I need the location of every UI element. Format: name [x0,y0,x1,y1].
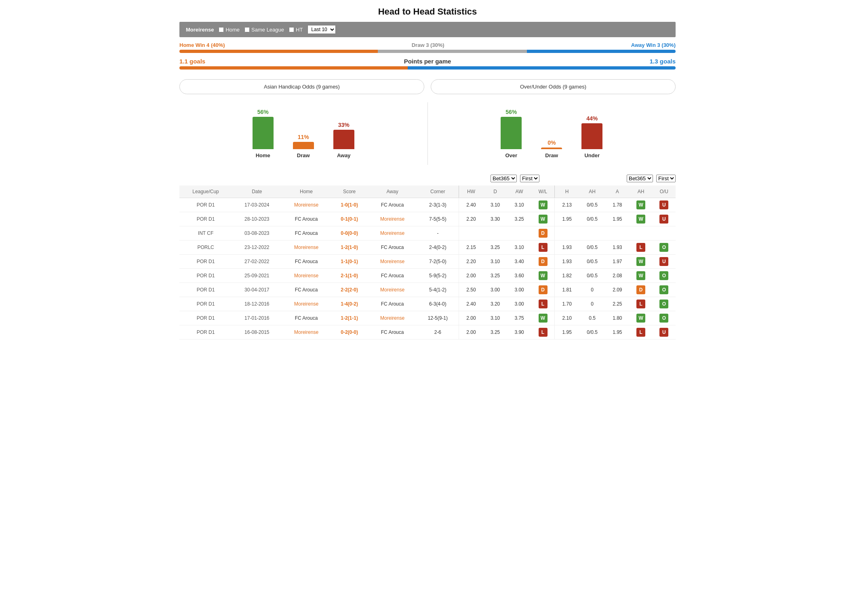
td-aw: 3.10 [507,240,531,255]
td-date: 28-10-2023 [232,212,282,226]
td-a: 1.80 [605,311,629,325]
type1-select[interactable]: First [520,175,539,182]
badge-cell: W [630,269,653,283]
home-filter[interactable]: Home [219,27,240,33]
td-league: POR D1 [179,311,232,325]
same-league-filter[interactable]: Same League [244,27,284,33]
badge-cell: W [531,311,555,325]
asian-handicap-btn[interactable]: Asian Handicap Odds (9 games) [179,79,424,94]
th-home: Home [282,186,331,198]
team-label: Moreirense [186,27,214,33]
last-select[interactable]: Last 10 Last 20 All [307,25,336,34]
td-corner: 5-4(1-2) [417,283,459,297]
td-home: Moreirense [282,325,331,340]
td-d: 3.25 [483,240,507,255]
under-bar-visual [581,123,602,149]
td-hw: 2.00 [459,269,483,283]
badge-cell [653,226,676,240]
bookmaker2-select[interactable]: Bet365 [627,175,653,182]
badge-cell: O [653,283,676,297]
badge-cell: L [630,240,653,255]
td-d: 3.10 [483,255,507,269]
draw-right-bar-group: 0% Draw [541,139,562,158]
draw-right-pct-label: 0% [548,139,556,146]
td-away: FC Arouca [368,297,417,311]
td-away: Moreirense [368,311,417,325]
badge-cell: D [531,255,555,269]
table-row: POR D1 18-12-2016 Moreirense 1-4(0-2) FC… [179,297,676,311]
td-aw: 3.25 [507,212,531,226]
td-corner: 7-2(5-0) [417,255,459,269]
type2-select[interactable]: First [656,175,676,182]
draw-bar-visual [293,142,314,149]
chart-right: 56% Over 0% Draw 44% Under [428,102,676,165]
td-score: 0-1(0-1) [331,212,368,226]
td-score: 1-2(1-0) [331,240,368,255]
td-aw: 3.10 [507,198,531,212]
td-league: POR D1 [179,269,232,283]
away-bar-label: Away [337,152,351,158]
table-section: Bet365 First Bet365 First League/Cup [179,171,676,340]
td-corner: - [417,226,459,240]
td-aw: 3.00 [507,297,531,311]
td-league: INT CF [179,226,232,240]
ht-checkbox[interactable] [289,27,294,32]
td-corner: 2-6 [417,325,459,340]
td-away: FC Arouca [368,240,417,255]
td-league: POR D1 [179,283,232,297]
td-home: FC Arouca [282,212,331,226]
td-away: Moreirense [368,212,417,226]
filter-bar: Moreirense Home Same League HT Last 10 L… [179,22,676,37]
ppg-away-value: 1.3 goals [650,58,676,65]
td-aw: 3.00 [507,283,531,297]
table-controls-left: Bet365 First [491,175,539,182]
home-bar-visual [253,117,274,149]
td-score: 1-4(0-2) [331,297,368,311]
td-d: 3.10 [483,198,507,212]
th-hw: HW [459,186,483,198]
bookmaker1-select[interactable]: Bet365 [491,175,517,182]
ppg-row: 1.1 goals Points per game 1.3 goals [179,58,676,65]
table-row: POR D1 17-01-2016 FC Arouca 1-2(1-1) Mor… [179,311,676,325]
td-score: 1-1(0-1) [331,255,368,269]
td-score: 0-0(0-0) [331,226,368,240]
td-away: FC Arouca [368,198,417,212]
odds-buttons-section: Asian Handicap Odds (9 games) Over/Under… [179,79,676,94]
td-a: 2.25 [605,297,629,311]
td-h: 1.70 [555,297,579,311]
th-d1: D [483,186,507,198]
away-bar-group: 33% Away [333,122,354,158]
td-ah1: 0/0.5 [579,240,605,255]
home-checkbox[interactable] [219,27,224,32]
badge-cell: U [653,325,676,340]
matches-table: League/Cup Date Home Score Away Corner H… [179,186,676,340]
same-league-checkbox[interactable] [244,27,250,32]
td-corner: 2-4(0-2) [417,240,459,255]
td-aw: 3.90 [507,325,531,340]
th-aw: AW [507,186,531,198]
td-h [555,226,579,240]
td-home: FC Arouca [282,226,331,240]
td-ah1: 0/0.5 [579,212,605,226]
badge-cell: W [630,311,653,325]
td-date: 23-12-2022 [232,240,282,255]
draw-bar-group: 11% Draw [293,134,314,158]
td-d: 3.10 [483,311,507,325]
stats-bars-section: Home Win 4 (40%) Draw 3 (30%) Away Win 3… [179,37,676,79]
over-under-btn[interactable]: Over/Under Odds (9 games) [431,79,676,94]
td-score: 1-0(1-0) [331,198,368,212]
chart-left: 56% Home 11% Draw 33% Away [179,102,428,165]
th-away: Away [368,186,417,198]
td-h: 1.95 [555,212,579,226]
td-corner: 12-5(9-1) [417,311,459,325]
ht-filter[interactable]: HT [289,27,303,33]
td-d: 3.00 [483,283,507,297]
badge-cell: O [653,311,676,325]
badge-cell: O [653,240,676,255]
home-bar [179,50,378,53]
td-d: 3.25 [483,269,507,283]
td-a: 1.93 [605,240,629,255]
badge-cell: L [531,297,555,311]
under-bar-group: 44% Under [581,115,602,158]
table-controls-row: Bet365 First Bet365 First [179,171,676,186]
